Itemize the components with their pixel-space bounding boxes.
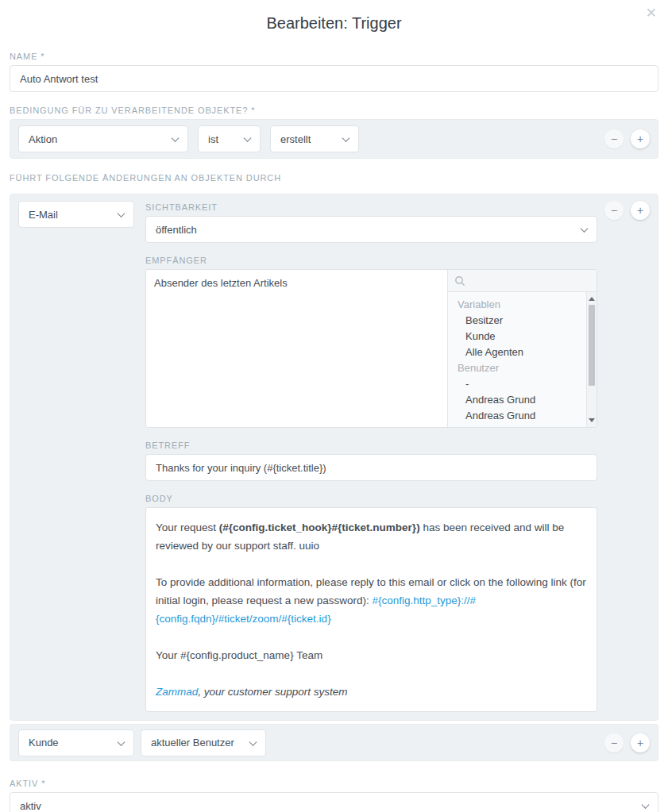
perform-email-row: − + E-Mail SICHTBARKEIT öffentlich EMPFÄ… (10, 194, 658, 721)
condition-value-value: erstellt (280, 133, 311, 145)
scrollbar-thumb[interactable] (589, 305, 595, 386)
scrollbar[interactable] (586, 292, 597, 427)
customer-value-select[interactable]: aktueller Benutzer (141, 729, 266, 756)
zammad-link[interactable]: Zammad (156, 686, 198, 698)
remove-customer-row-button[interactable]: − (604, 733, 624, 752)
dialog-title: Bearbeiten: Trigger (10, 0, 658, 33)
add-customer-row-button[interactable]: + (631, 733, 650, 752)
recipient-option-list: Variablen Besitzer Kunde Alle Agenten Be… (448, 292, 597, 427)
perform-label: FÜHRT FOLGENDE ÄNDERUNGEN AN OBJEKTEN DU… (10, 173, 658, 183)
condition-value-select[interactable]: erstellt (270, 125, 359, 152)
body-signature: Zammad, your customer support system (156, 683, 587, 701)
active-value: aktiv (20, 800, 41, 812)
perform-customer-row: Kunde aktueller Benutzer − + (10, 724, 658, 761)
add-condition-button[interactable]: + (631, 129, 650, 148)
edit-trigger-dialog: ✕ Bearbeiten: Trigger NAME * Auto Antwor… (0, 0, 668, 812)
ticket-number-token: (#{config.ticket_hook}#{ticket.number}) (219, 521, 420, 533)
chevron-down-icon (244, 134, 252, 142)
chevron-down-icon (118, 210, 125, 217)
perform-type-value: E-Mail (29, 209, 58, 221)
active-select[interactable]: aktiv (10, 792, 658, 812)
subject-input[interactable]: Thanks for your inquiry (#{ticket.title}… (145, 454, 597, 481)
option-item[interactable]: Andreas Grund (448, 424, 586, 427)
customer-value-value: aktueller Benutzer (151, 737, 234, 749)
chevron-down-icon (118, 738, 125, 746)
chevron-down-icon (249, 738, 257, 746)
option-item[interactable]: Alle Agenten (448, 344, 586, 360)
chevron-down-icon (642, 801, 650, 809)
recipient-picker: Absender des letzten Artikels Variablen … (145, 269, 597, 428)
search-icon (454, 275, 465, 287)
chevron-down-icon (172, 134, 180, 142)
name-label: NAME * (10, 52, 658, 61)
option-item[interactable]: Andreas Grund (448, 392, 586, 408)
customer-attribute-select[interactable]: Kunde (18, 729, 134, 756)
recipient-search (448, 270, 597, 292)
body-label: BODY (145, 494, 597, 503)
chevron-down-icon (342, 134, 350, 142)
condition-attribute-select[interactable]: Aktion (18, 125, 188, 152)
visibility-select[interactable]: öffentlich (145, 216, 597, 243)
condition-label: BEDINGUNG FÜR ZU VERARBEITENDE OBJEKTE? … (10, 106, 658, 115)
perform-type-select[interactable]: E-Mail (18, 201, 134, 228)
close-icon[interactable]: ✕ (646, 6, 657, 20)
visibility-label: SICHTBARKEIT (145, 202, 597, 212)
scroll-down-icon[interactable] (589, 418, 595, 422)
body-paragraph: Your #{config.product_name} Team (156, 646, 587, 664)
condition-operator-select[interactable]: ist (198, 125, 261, 152)
customer-attribute-value: Kunde (29, 737, 59, 749)
condition-row: Aktion ist erstellt − + (10, 119, 658, 159)
condition-attribute-value: Aktion (29, 133, 57, 145)
remove-perform-row-button[interactable]: − (604, 201, 624, 220)
option-group-label: Variablen (448, 297, 586, 313)
option-item[interactable]: - (448, 376, 586, 392)
name-input[interactable]: Auto Antwort test (10, 65, 658, 92)
scroll-up-icon[interactable] (589, 297, 595, 301)
recipient-label: EMPFÄNGER (145, 256, 597, 265)
visibility-value: öffentlich (156, 224, 197, 236)
condition-operator-value: ist (208, 133, 218, 145)
recipient-options-pane: Variablen Besitzer Kunde Alle Agenten Be… (448, 270, 597, 427)
chevron-down-icon (581, 225, 589, 233)
body-paragraph: Your request (#{config.ticket_hook}#{tic… (156, 518, 587, 555)
recipient-search-input[interactable] (470, 275, 590, 287)
remove-condition-button[interactable]: − (604, 129, 624, 148)
subject-label: BETREFF (145, 441, 597, 450)
recipient-selected-item[interactable]: Absender des letzten Artikels (146, 270, 448, 427)
option-item[interactable]: Kunde (448, 329, 586, 344)
active-label: AKTIV * (10, 779, 658, 788)
perform-fields: SICHTBARKEIT öffentlich EMPFÄNGER Absend… (145, 201, 597, 712)
option-group-label: Benutzer (448, 360, 586, 376)
add-perform-row-button[interactable]: + (631, 201, 650, 220)
option-item[interactable]: Besitzer (448, 313, 586, 329)
body-paragraph: To provide additional information, pleas… (156, 573, 587, 628)
option-item[interactable]: Andreas Grund (448, 408, 586, 424)
body-editor[interactable]: Your request (#{config.ticket_hook}#{tic… (145, 507, 597, 712)
